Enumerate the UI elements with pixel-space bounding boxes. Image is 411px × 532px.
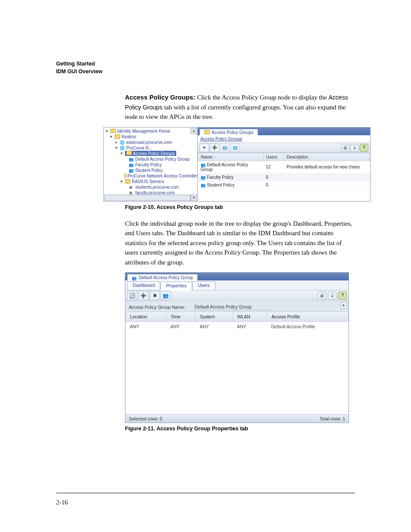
tree-faculty[interactable]: Faculty Policy (135, 162, 162, 167)
tab-default-apg[interactable]: Default Access Policy Group (127, 274, 198, 280)
toolbar-add-icon[interactable]: ➕ (138, 291, 149, 300)
tree-student[interactable]: Student Policy (135, 168, 163, 173)
policy-icon (201, 175, 206, 179)
realm-icon (120, 146, 125, 150)
policy-icon (201, 162, 206, 167)
nav-tree[interactable]: ▼Identity Management Home ▼Realms ▸eastc… (104, 128, 198, 201)
cell-users: 0 (263, 181, 284, 189)
policy-icon (129, 162, 134, 167)
tree-home[interactable]: Identity Management Home (117, 129, 170, 134)
folder-icon (125, 179, 131, 184)
table-row[interactable]: Faculty Policy 0 (198, 173, 370, 181)
figure-2-10-screenshot: ▼Identity Management Home ▼Realms ▸eastc… (103, 127, 371, 202)
tree-realms[interactable]: Realms (121, 134, 136, 139)
policy-icon (132, 276, 137, 280)
toolbar-users2-icon[interactable]: 👥 (230, 143, 240, 152)
help-icon[interactable]: ? (338, 292, 347, 299)
tab-properties[interactable]: Properties (160, 282, 192, 290)
cell-desc (284, 181, 370, 189)
cell-profile: Default Access Profile (267, 322, 349, 332)
server-icon (129, 185, 134, 189)
col-wlan[interactable]: WLAN (233, 312, 267, 322)
cell-name: Faculty Policy (207, 175, 234, 180)
tab-users[interactable]: Users (192, 281, 215, 290)
cell-location: ANY (126, 322, 166, 332)
header-line1: Getting Started (56, 61, 95, 67)
cell-name: Student Policy (207, 183, 234, 187)
toolbar-users-icon[interactable]: 👥 (220, 143, 230, 152)
col-system[interactable]: System (195, 312, 233, 322)
cell-system: ANY (195, 322, 233, 332)
folder-icon (204, 130, 210, 134)
tree-selected-apg[interactable]: Access Policy Groups (125, 151, 176, 156)
server-icon (129, 190, 134, 195)
policy-icon (201, 183, 206, 187)
footer-rule (56, 493, 355, 493)
tree-procurve-r[interactable]: ProCurve R... (126, 146, 153, 150)
toolbar: 🔄 ➕ ✖ 👥 🖨 ⤓ ? (125, 290, 349, 301)
col-profile[interactable]: Access Profile (267, 312, 349, 322)
tree-nac1[interactable]: ProCurve Network Access Controller (128, 174, 197, 178)
status-bar: Selected rows: 0 Total rows: 1 (125, 414, 349, 423)
apg-name-bar: Access Policy Group Name: ▸ (125, 301, 349, 311)
tree-default-apg[interactable]: Default Access Policy Group (135, 157, 190, 162)
folder-icon (126, 151, 132, 155)
properties-table: Location Time System WLAN Access Profile… (125, 311, 349, 414)
tab-dashboard[interactable]: Dashboard (127, 281, 160, 290)
figure-2-10-caption: Figure 2-10. Access Policy Groups tab (125, 204, 355, 210)
figure-2-11-screenshot: Default Access Policy Group Dashboard Pr… (125, 272, 349, 423)
tree-scroll-up[interactable]: ▴ (190, 128, 197, 134)
mid-paragraph: Click the individual group node in the t… (125, 219, 355, 268)
cell-desc: Provides default access for new Users (284, 161, 370, 173)
tree-radius[interactable]: RADIUS Servers (132, 179, 164, 184)
status-selected: Selected rows: 0 (129, 416, 162, 421)
tab-label: Default Access Policy Group (139, 275, 193, 280)
col-name[interactable]: Name / (198, 153, 264, 161)
intro-rest: Click the Access Policy Group node to di… (195, 94, 328, 101)
print-icon[interactable]: 🖨 (318, 292, 326, 299)
tab-bar: Access Policy Groups (198, 128, 370, 135)
breadcrumb: Access Policy Groups (198, 135, 370, 143)
tab-access-policy-groups[interactable]: Access Policy Groups (199, 129, 258, 135)
tree-scroll-down[interactable]: ▾ (190, 195, 197, 201)
realm-icon (120, 140, 125, 144)
cell-desc (284, 173, 370, 181)
col-users[interactable]: Users (263, 153, 284, 161)
tree-eastcoast[interactable]: eastcoast.procurve.com (126, 140, 172, 145)
table-row[interactable]: Student Policy 0 (198, 181, 370, 189)
page-number: 2-16 (56, 499, 68, 506)
tab-bar: Default Access Policy Group (125, 273, 349, 280)
toolbar: ✦ ➕ 👥 👥 🖨 ⤓ ? (198, 143, 370, 153)
page-header: Getting Started IDM GUI Overview (56, 60, 355, 75)
intro-bold: Access Policy Groups: (125, 93, 195, 101)
intro-paragraph: Access Policy Groups: Click the Access P… (125, 93, 355, 122)
table-row[interactable]: ANY ANY ANY ANY Default Access Profile (126, 322, 349, 332)
toolbar-new-icon[interactable]: ✦ (199, 143, 209, 152)
col-time[interactable]: Time (166, 312, 195, 322)
col-desc[interactable]: Description (284, 153, 370, 161)
policy-icon (129, 157, 134, 161)
sub-tab-bar: Dashboard Properties Users (125, 280, 349, 290)
cell-time: ANY (166, 322, 195, 332)
apg-name-input[interactable] (194, 304, 273, 310)
export-icon[interactable]: ⤓ (350, 144, 359, 152)
help-icon[interactable]: ? (360, 144, 368, 152)
toolbar-delete-icon[interactable]: ✖ (149, 291, 160, 300)
export-icon[interactable]: ⤓ (328, 292, 336, 299)
toolbar-users-icon[interactable]: 👥 (161, 291, 171, 300)
expand-icon[interactable]: ▸ (340, 302, 347, 309)
folder-icon (110, 129, 116, 133)
apg-name-label: Access Policy Group Name: (129, 305, 185, 310)
status-total: Total rows: 1 (320, 416, 345, 421)
col-location[interactable]: Location (126, 312, 166, 322)
apg-table: Name / Users Description Default Access … (198, 153, 370, 201)
cell-name: Default Access Policy Group (201, 162, 248, 172)
tree-scroll-horizontal[interactable] (104, 195, 190, 201)
tree-students-srv[interactable]: students.procurve.com (135, 185, 179, 190)
cell-users: 12 (263, 161, 284, 173)
toolbar-refresh-icon[interactable]: 🔄 (127, 291, 137, 300)
toolbar-add-icon[interactable]: ➕ (210, 143, 219, 152)
crumb-link[interactable]: Access Policy Groups (200, 137, 242, 141)
table-row[interactable]: Default Access Policy Group 12 Provides … (198, 161, 370, 173)
print-icon[interactable]: 🖨 (341, 144, 349, 152)
